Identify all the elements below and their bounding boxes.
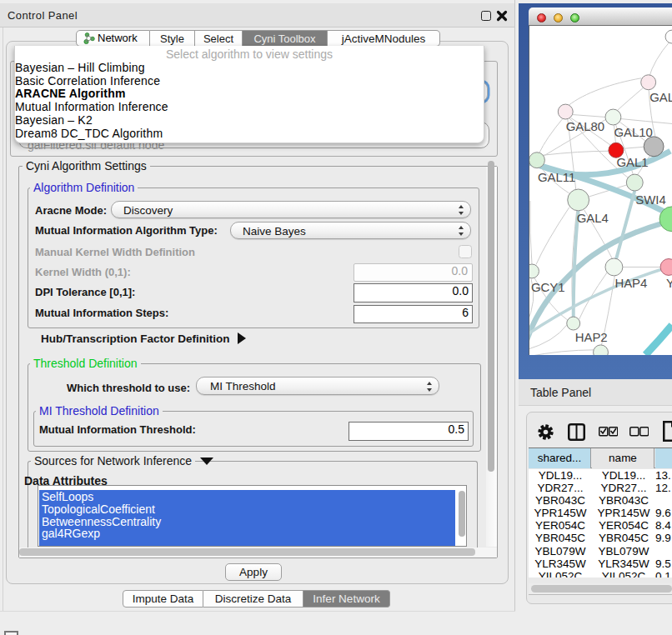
svg-text:GCY1: GCY1 xyxy=(531,281,565,294)
svg-text:GAL11: GAL11 xyxy=(538,171,575,184)
svg-text:GAL7: GAL7 xyxy=(649,91,672,104)
svg-text:HAP4: HAP4 xyxy=(614,277,647,290)
svg-text:GAL80: GAL80 xyxy=(566,120,604,133)
svg-text:GAL10: GAL10 xyxy=(614,126,652,139)
svg-text:SWI4: SWI4 xyxy=(635,193,665,207)
svg-text:GAL1: GAL1 xyxy=(616,156,648,169)
svg-text:Y: Y xyxy=(666,277,672,290)
svg-text:GAL4: GAL4 xyxy=(577,212,609,225)
svg-text:HAP2: HAP2 xyxy=(575,331,608,344)
